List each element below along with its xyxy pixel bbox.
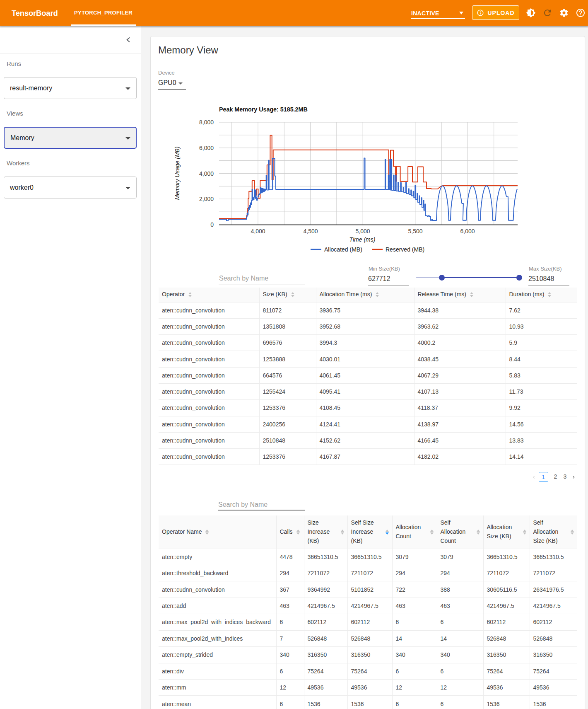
svg-text:Memory Usage (MB): Memory Usage (MB) [174,146,181,200]
svg-text:2,000: 2,000 [199,196,214,202]
svg-text:0: 0 [210,221,214,228]
svg-text:Allocated (MB): Allocated (MB) [324,246,362,253]
svg-text:5,500: 5,500 [408,228,422,235]
svg-text:Reserved (MB): Reserved (MB) [386,246,424,253]
svg-text:6,000: 6,000 [199,145,214,151]
svg-text:6,000: 6,000 [460,228,475,235]
svg-text:4,500: 4,500 [303,228,318,235]
svg-text:5,000: 5,000 [355,228,370,235]
svg-text:Time (ms): Time (ms) [349,236,376,243]
svg-text:8,000: 8,000 [199,119,214,126]
svg-text:Peak Memory Usage: 5185.2MB: Peak Memory Usage: 5185.2MB [219,106,308,113]
svg-text:4,000: 4,000 [251,228,265,235]
svg-text:4,000: 4,000 [199,170,214,177]
